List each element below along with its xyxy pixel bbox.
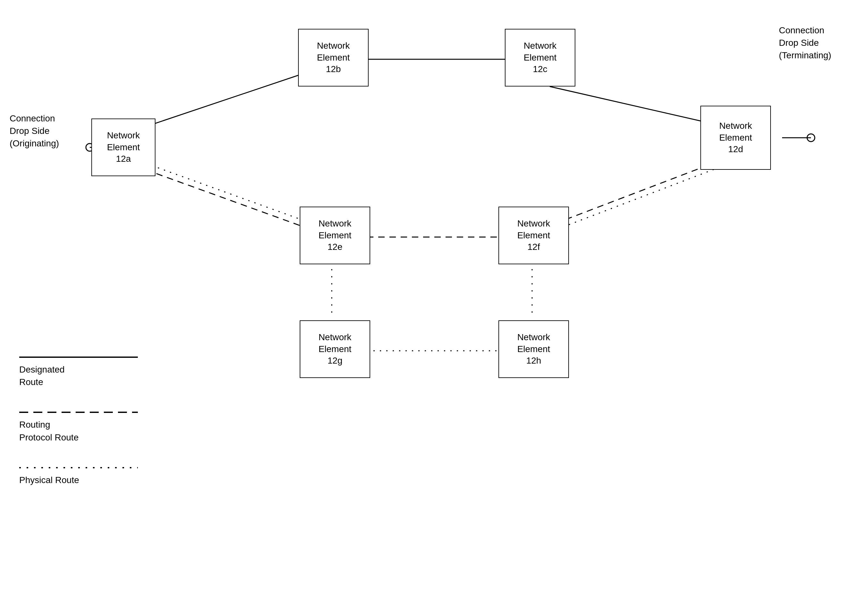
node-12d: NetworkElement12d <box>700 106 771 170</box>
node-12b: NetworkElement12b <box>298 29 369 86</box>
node-12a: NetworkElement12a <box>91 118 156 176</box>
node-12b-label: NetworkElement12b <box>317 40 350 75</box>
node-12f-label: NetworkElement12f <box>517 218 550 253</box>
conn-drop-orig-label: ConnectionDrop Side(Originating) <box>9 112 59 150</box>
legend-physical-route: Physical Route <box>19 463 141 486</box>
node-12h-label: NetworkElement12h <box>517 332 550 366</box>
legend-designated-route: DesignatedRoute <box>19 352 141 388</box>
node-12d-label: NetworkElement12d <box>719 120 752 155</box>
node-12h: NetworkElement12h <box>498 321 569 378</box>
legend: DesignatedRoute RoutingProtocol Route Ph… <box>19 352 141 506</box>
physical-route-line <box>19 463 141 473</box>
diagram-container: NetworkElement12a NetworkElement12b Netw… <box>0 0 868 616</box>
connections-svg <box>0 0 868 616</box>
svg-line-0 <box>146 69 317 127</box>
svg-line-9 <box>545 160 721 228</box>
node-12g: NetworkElement12g <box>300 321 370 378</box>
node-12a-label: NetworkElement12a <box>107 130 140 165</box>
physical-route-label: Physical Route <box>19 474 141 486</box>
conn-drop-term-label: ConnectionDrop Side(Terminating) <box>779 24 831 62</box>
svg-line-10 <box>146 163 314 224</box>
legend-routing-protocol: RoutingProtocol Route <box>19 407 141 443</box>
designated-route-label: DesignatedRoute <box>19 363 141 388</box>
node-12f: NetworkElement12f <box>498 207 569 264</box>
svg-line-11 <box>545 167 721 234</box>
svg-line-7 <box>146 170 314 231</box>
node-12c-label: NetworkElement12c <box>524 40 557 75</box>
routing-protocol-line <box>19 407 141 417</box>
designated-route-line <box>19 352 141 362</box>
node-12e-label: NetworkElement12e <box>318 218 351 253</box>
routing-protocol-label: RoutingProtocol Route <box>19 418 141 443</box>
svg-line-2 <box>550 86 718 125</box>
node-12g-label: NetworkElement12g <box>318 332 351 366</box>
node-12c: NetworkElement12c <box>505 29 575 86</box>
node-12e: NetworkElement12e <box>300 207 370 264</box>
